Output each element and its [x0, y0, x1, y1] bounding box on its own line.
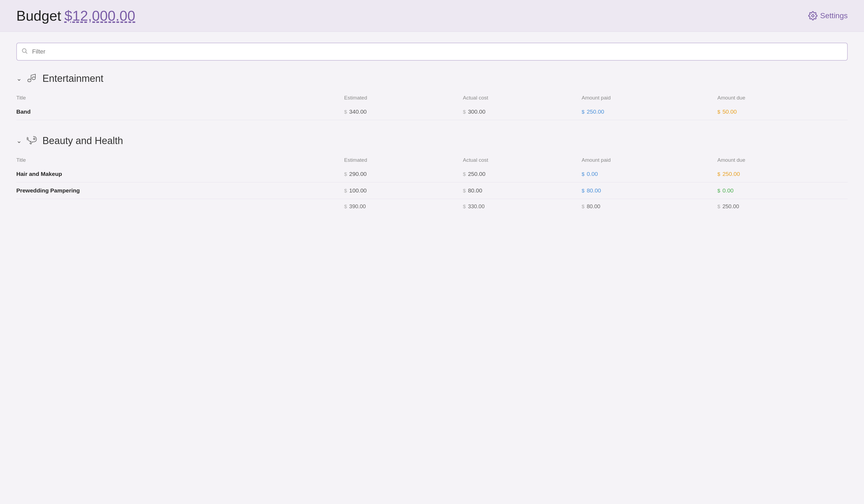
- dollar-sign: $: [463, 188, 466, 194]
- budget-title: Budget $12,000.00: [16, 8, 135, 24]
- col-paid: Amount paid: [576, 92, 712, 103]
- due-value: 0.00: [722, 187, 734, 194]
- category-entertainment: ⌄ Entertainment Title Estimated Actual c…: [16, 72, 848, 120]
- estimated-value: 290.00: [349, 171, 367, 177]
- due-dollar-sign: $: [717, 171, 720, 177]
- actual-value: 250.00: [468, 171, 485, 177]
- summary-paid-val: 80.00: [587, 203, 600, 210]
- actual-value: 80.00: [468, 187, 482, 194]
- due-value: 250.00: [722, 171, 740, 177]
- col-title: Title: [16, 155, 339, 166]
- due-dollar-sign: $: [717, 188, 720, 194]
- item-paid: $ 80.00: [576, 182, 712, 199]
- dollar-sign: $: [463, 171, 466, 177]
- paid-dollar-sign: $: [581, 171, 585, 177]
- beauty-table-header: Title Estimated Actual cost Amount paid …: [16, 155, 848, 166]
- table-row: Band $ 340.00 $ 300.00: [16, 103, 848, 120]
- item-title: Band: [16, 103, 339, 120]
- main-content: ⌄ Entertainment Title Estimated Actual c…: [0, 32, 864, 239]
- item-estimated: $ 340.00: [339, 103, 458, 120]
- svg-point-3: [34, 138, 35, 140]
- item-paid: $ 250.00: [576, 103, 712, 120]
- actual-value: 300.00: [468, 109, 485, 115]
- item-due: $ 250.00: [712, 166, 848, 182]
- summary-empty: [16, 199, 339, 215]
- svg-point-1: [22, 49, 26, 52]
- chevron-down-icon: ⌄: [16, 75, 22, 82]
- summary-due: $ 250.00: [712, 199, 848, 215]
- paid-dollar-sign: $: [581, 188, 585, 194]
- chevron-down-icon: ⌄: [16, 137, 22, 145]
- dollar-sign: $: [717, 204, 720, 210]
- budget-label: Budget: [16, 8, 61, 24]
- item-actual: $ 300.00: [458, 103, 576, 120]
- item-paid: $ 0.00: [576, 166, 712, 182]
- dollar-sign: $: [344, 171, 347, 177]
- summary-paid: $ 80.00: [576, 199, 712, 215]
- category-entertainment-name: Entertainment: [43, 73, 104, 84]
- paid-value: 0.00: [587, 171, 598, 177]
- due-dollar-sign: $: [717, 109, 720, 115]
- summary-due-val: 250.00: [722, 203, 739, 210]
- entertainment-table: Title Estimated Actual cost Amount paid …: [16, 92, 848, 120]
- paid-value: 250.00: [587, 109, 604, 115]
- search-icon: [21, 48, 28, 56]
- col-estimated: Estimated: [339, 155, 458, 166]
- settings-button[interactable]: Settings: [808, 11, 848, 21]
- entertainment-icon: [26, 72, 38, 86]
- summary-estimated-val: 390.00: [349, 203, 366, 210]
- summary-actual-val: 330.00: [468, 203, 484, 210]
- gear-icon: [808, 11, 817, 21]
- category-beauty-name: Beauty and Health: [43, 135, 123, 147]
- item-due-zero: $ 0.00: [712, 182, 848, 199]
- col-actual: Actual cost: [458, 92, 576, 103]
- item-estimated: $ 290.00: [339, 166, 458, 182]
- table-row: Prewedding Pampering $ 100.00 $ 80.00: [16, 182, 848, 199]
- item-actual: $ 80.00: [458, 182, 576, 199]
- beauty-summary-row: $ 390.00 $ 330.00 $ 80.00: [16, 199, 848, 215]
- col-due: Amount due: [712, 155, 848, 166]
- summary-estimated: $ 390.00: [339, 199, 458, 215]
- paid-value: 80.00: [587, 187, 601, 194]
- item-actual: $ 250.00: [458, 166, 576, 182]
- dollar-sign: $: [463, 109, 466, 115]
- svg-point-0: [812, 15, 814, 17]
- dollar-sign: $: [344, 204, 347, 210]
- col-due: Amount due: [712, 92, 848, 103]
- item-title: Prewedding Pampering: [16, 182, 339, 199]
- col-actual: Actual cost: [458, 155, 576, 166]
- settings-label: Settings: [820, 11, 848, 20]
- page-header: Budget $12,000.00 Settings: [0, 0, 864, 32]
- filter-input[interactable]: [16, 43, 848, 61]
- svg-line-2: [26, 52, 27, 54]
- paid-dollar-sign: $: [581, 109, 585, 115]
- col-paid: Amount paid: [576, 155, 712, 166]
- item-estimated: $ 100.00: [339, 182, 458, 199]
- beauty-table: Title Estimated Actual cost Amount paid …: [16, 155, 848, 214]
- entertainment-table-header: Title Estimated Actual cost Amount paid …: [16, 92, 848, 103]
- estimated-value: 100.00: [349, 187, 367, 194]
- category-beauty-header[interactable]: ⌄ Beauty and Health: [16, 134, 848, 148]
- budget-amount[interactable]: $12,000.00: [64, 8, 135, 24]
- table-row: Hair and Makeup $ 290.00 $ 250.00: [16, 166, 848, 182]
- dollar-sign: $: [581, 204, 585, 210]
- col-estimated: Estimated: [339, 92, 458, 103]
- category-entertainment-header[interactable]: ⌄ Entertainment: [16, 72, 848, 86]
- summary-actual: $ 330.00: [458, 199, 576, 215]
- dollar-sign: $: [463, 204, 466, 210]
- dollar-sign: $: [344, 109, 347, 115]
- estimated-value: 340.00: [349, 109, 367, 115]
- due-value: 50.00: [722, 109, 737, 115]
- filter-container: [16, 43, 848, 61]
- item-title: Hair and Makeup: [16, 166, 339, 182]
- col-title: Title: [16, 92, 339, 103]
- category-beauty: ⌄ Beauty and Health Title Estimated Actu…: [16, 134, 848, 214]
- beauty-icon: [26, 134, 38, 148]
- item-due: $ 50.00: [712, 103, 848, 120]
- dollar-sign: $: [344, 188, 347, 194]
